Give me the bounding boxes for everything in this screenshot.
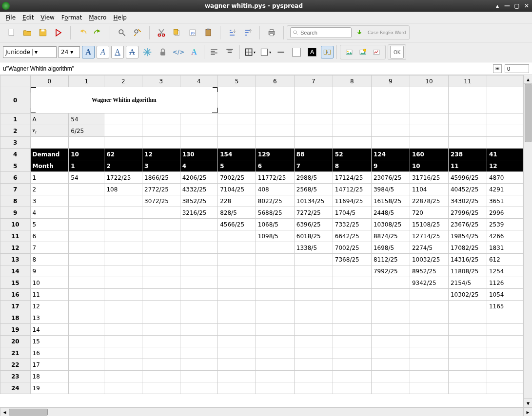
cell[interactable] (371, 125, 410, 137)
cell[interactable]: 23676/25 (448, 219, 487, 230)
cell[interactable] (104, 336, 142, 347)
cell[interactable] (487, 382, 523, 394)
paste-icon[interactable] (201, 26, 215, 39)
cell[interactable]: 4566/25 (218, 219, 256, 230)
cell[interactable]: 130 (180, 149, 218, 160)
cell[interactable] (448, 312, 487, 324)
cell[interactable] (333, 359, 371, 371)
case-icon[interactable]: Case (367, 27, 379, 38)
align-left-icon[interactable] (207, 45, 221, 59)
cell[interactable]: 34302/25 (448, 195, 487, 207)
cell[interactable] (256, 87, 294, 113)
cell[interactable]: 45996/25 (448, 172, 487, 184)
cell[interactable]: 228 (218, 195, 256, 207)
cell[interactable]: 1 (30, 172, 69, 184)
cell[interactable] (294, 359, 333, 371)
cell[interactable]: 4870 (487, 172, 523, 184)
cell[interactable]: 9 (371, 160, 410, 172)
cell[interactable] (69, 242, 104, 254)
cell[interactable]: 7 (294, 160, 333, 172)
cell[interactable]: 10 (410, 160, 448, 172)
cell[interactable] (218, 371, 256, 382)
cell[interactable] (448, 324, 487, 336)
cell[interactable] (180, 219, 218, 230)
cell[interactable]: 17082/25 (448, 242, 487, 254)
roll-up-icon[interactable]: ▴ (494, 2, 501, 9)
cell[interactable] (294, 301, 333, 312)
cell[interactable]: 3216/25 (180, 207, 218, 219)
cell[interactable] (410, 371, 448, 382)
cell[interactable] (218, 301, 256, 312)
cell[interactable]: 1866/25 (142, 172, 180, 184)
scroll-up-icon[interactable]: ▴ (524, 75, 532, 84)
row-header[interactable]: 23 (0, 371, 31, 382)
cell[interactable] (180, 242, 218, 254)
cell[interactable]: 15 (30, 336, 69, 347)
cell[interactable]: 6 (30, 230, 69, 242)
search-box[interactable] (290, 27, 352, 38)
cell[interactable]: 8952/25 (410, 265, 448, 277)
cell[interactable] (294, 113, 333, 125)
save-icon[interactable] (36, 26, 50, 39)
cell[interactable] (142, 371, 180, 382)
row-header[interactable]: 1 (0, 113, 31, 125)
cell[interactable] (333, 87, 371, 113)
ok-button[interactable]: OK (390, 46, 404, 58)
cell[interactable] (104, 254, 142, 265)
cell[interactable]: 12 (142, 149, 180, 160)
row-header[interactable]: 13 (0, 254, 31, 265)
cell[interactable] (448, 359, 487, 371)
cell[interactable]: 1831 (487, 242, 523, 254)
cell[interactable] (294, 371, 333, 382)
close-icon[interactable]: ✕ (523, 2, 530, 9)
menu-format[interactable]: Format (59, 13, 85, 22)
cell[interactable] (180, 382, 218, 394)
cell[interactable]: 12714/25 (410, 230, 448, 242)
cell[interactable] (142, 219, 180, 230)
search-go-icon[interactable] (354, 27, 365, 38)
col-header[interactable]: 6 (256, 76, 294, 87)
cell[interactable]: 12 (30, 301, 69, 312)
cell[interactable]: 1068/5 (256, 219, 294, 230)
cell[interactable]: 22878/25 (410, 195, 448, 207)
cell[interactable] (142, 242, 180, 254)
cell[interactable]: 3651 (487, 195, 523, 207)
cell[interactable] (256, 113, 294, 125)
cell[interactable] (142, 347, 180, 359)
cell[interactable]: 54 (69, 172, 104, 184)
col-header[interactable]: 1 (69, 76, 104, 87)
cell[interactable] (218, 254, 256, 265)
cell[interactable] (410, 347, 448, 359)
cell[interactable] (256, 289, 294, 301)
cell[interactable] (256, 125, 294, 137)
undo-icon[interactable] (76, 26, 89, 39)
cell[interactable] (410, 125, 448, 137)
cell[interactable]: 41 (487, 149, 523, 160)
cell[interactable] (410, 382, 448, 394)
text-color-icon[interactable]: A (187, 45, 201, 59)
minimize-icon[interactable]: — (504, 2, 511, 9)
cell[interactable]: 6018/25 (294, 230, 333, 242)
cell[interactable]: 4 (30, 207, 69, 219)
cell[interactable] (104, 219, 142, 230)
cell[interactable]: 31716/25 (410, 172, 448, 184)
cell[interactable]: 8874/25 (371, 230, 410, 242)
cell[interactable] (142, 277, 180, 289)
cell[interactable]: 2 (104, 160, 142, 172)
maximize-icon[interactable]: ▢ (513, 2, 520, 9)
cell[interactable] (180, 336, 218, 347)
row-header[interactable]: 20 (0, 336, 31, 347)
row-header[interactable]: 5 (0, 160, 31, 172)
cell[interactable] (448, 336, 487, 347)
copy-icon[interactable] (170, 26, 184, 39)
cell[interactable] (69, 336, 104, 347)
markup-icon[interactable]: </> (172, 45, 185, 59)
cell[interactable] (333, 371, 371, 382)
cell[interactable]: 1054 (487, 289, 523, 301)
cell[interactable] (371, 87, 410, 113)
cell[interactable]: 11808/25 (448, 265, 487, 277)
cell[interactable] (448, 113, 487, 125)
cell[interactable]: 129 (256, 149, 294, 160)
cell[interactable] (410, 137, 448, 149)
cell[interactable]: 5688/25 (256, 207, 294, 219)
